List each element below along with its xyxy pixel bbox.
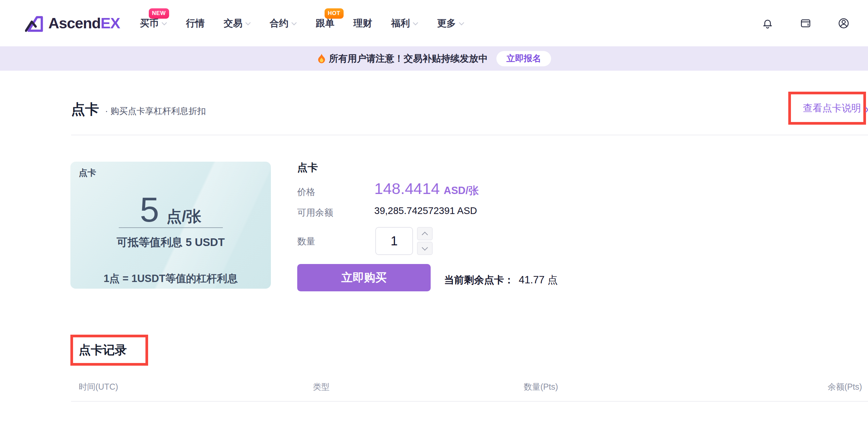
nav-item-trade[interactable]: 交易: [224, 17, 251, 30]
chevron-down-icon: [161, 22, 167, 26]
points-card-footnote: 1点 = 1USDT等值的杠杆利息: [70, 272, 271, 286]
flame-icon: [317, 53, 326, 64]
top-navigation-bar: AscendEX NEW 买币 行情 交易 合约 HOT 跟单 理财 福利: [0, 0, 868, 46]
user-icon[interactable]: [837, 17, 850, 30]
chevron-down-icon: [291, 22, 297, 26]
page-subtitle: · 购买点卡享杠杆利息折扣: [105, 105, 206, 117]
points-card-unit: 点/张: [166, 206, 202, 227]
column-header-balance: 余额(Pts): [828, 381, 862, 392]
chevron-down-icon: [422, 244, 428, 250]
nav-item-earn[interactable]: 理财: [353, 17, 372, 30]
remaining-points: 当前剩余点卡： 41.77 点: [444, 273, 558, 287]
points-card-label: 点卡: [79, 167, 96, 179]
points-card-value: 5: [140, 192, 159, 227]
points-card: 点卡 5 点/张 可抵等值利息 5 USDT 1点 = 1USDT等值的杠杆利息: [70, 162, 271, 289]
new-badge: NEW: [149, 8, 169, 19]
column-header-type: 类型: [313, 381, 330, 392]
red-annotation-box-link: 查看点卡说明: [788, 92, 866, 125]
quantity-label: 数量: [297, 235, 315, 247]
price-label: 价格: [297, 186, 315, 198]
header-icon-group: [761, 17, 850, 30]
nav-item-rewards[interactable]: 福利: [391, 17, 418, 30]
promo-banner: 所有用户请注意！交易补贴持续发放中 立即报名: [0, 46, 868, 71]
nav-item-copy-trading[interactable]: HOT 跟单: [316, 17, 335, 30]
column-header-time: 时间(UTC): [79, 381, 118, 392]
remaining-points-value: 41.77 点: [519, 273, 558, 287]
records-divider: [71, 401, 868, 402]
page-header: 点卡 · 购买点卡享杠杆利息折扣: [71, 100, 206, 119]
title-divider: [71, 135, 868, 135]
page-title: 点卡: [71, 100, 99, 119]
price-row: 148.4414 ASD/张: [374, 179, 479, 198]
signup-now-button[interactable]: 立即报名: [496, 51, 551, 66]
quantity-increase-button[interactable]: [417, 227, 433, 240]
price-unit: ASD/张: [444, 184, 479, 198]
purchase-heading: 点卡: [297, 161, 318, 175]
balance-value: 39,285.742572391 ASD: [374, 205, 477, 216]
chevron-right-icon: ›: [865, 102, 868, 116]
balance-label: 可用余额: [297, 207, 333, 219]
main-nav: NEW 买币 行情 交易 合约 HOT 跟单 理财 福利 更多: [140, 17, 464, 30]
points-card-value-row: 5 点/张: [70, 192, 271, 227]
quantity-decrease-button[interactable]: [417, 242, 433, 255]
price-value: 148.4414: [374, 179, 440, 198]
ascendex-logo-icon: [25, 13, 44, 34]
remaining-points-label: 当前剩余点卡：: [444, 273, 514, 287]
nav-item-futures[interactable]: 合约: [270, 17, 297, 30]
chevron-up-icon: [422, 232, 428, 238]
bell-icon[interactable]: [761, 17, 774, 30]
nav-item-more[interactable]: 更多: [437, 17, 464, 30]
chevron-down-icon: [245, 22, 251, 26]
ascendex-logo-text: AscendEX: [49, 15, 120, 32]
hot-badge: HOT: [324, 8, 344, 19]
records-heading: 点卡记录: [79, 342, 127, 358]
chevron-down-icon: [413, 22, 418, 26]
quantity-input[interactable]: [375, 227, 413, 255]
view-points-card-info-link[interactable]: 查看点卡说明: [803, 102, 861, 115]
red-annotation-box-records: 点卡记录: [70, 335, 148, 366]
wallet-icon[interactable]: [799, 17, 812, 30]
points-card-equivalent: 可抵等值利息 5 USDT: [70, 235, 271, 250]
nav-item-markets[interactable]: 行情: [186, 17, 205, 30]
nav-item-buy-crypto[interactable]: NEW 买币: [140, 17, 167, 30]
points-card-divider: [119, 227, 223, 228]
buy-now-button[interactable]: 立即购买: [297, 264, 431, 291]
column-header-amount: 数量(Pts): [524, 381, 558, 392]
chevron-down-icon: [459, 22, 464, 26]
promo-banner-text: 所有用户请注意！交易补贴持续发放中: [317, 52, 488, 65]
ascendex-logo[interactable]: AscendEX: [25, 13, 120, 34]
